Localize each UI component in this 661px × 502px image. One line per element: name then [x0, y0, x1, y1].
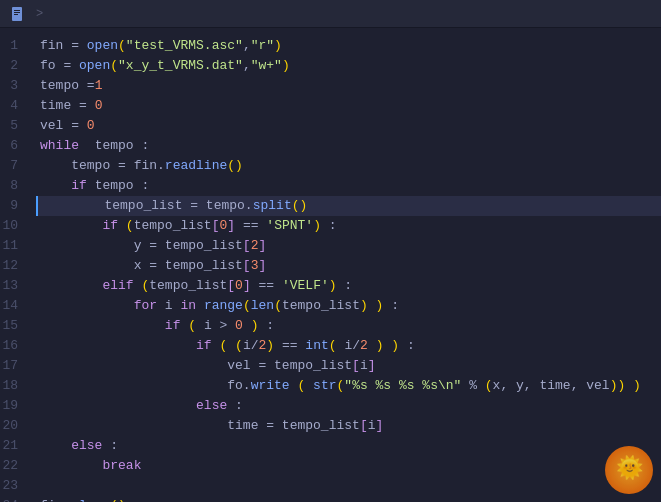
code-line: break	[36, 456, 661, 476]
line-number: 22	[0, 456, 28, 476]
code-line: while tempo :	[36, 136, 661, 156]
code-line: tempo_list = tempo.split()	[36, 196, 661, 216]
line-numbers: 1234567891011121314151617181920212223242…	[0, 28, 36, 502]
code-line: fin.close()	[36, 496, 661, 502]
title-bar: >	[0, 0, 661, 28]
breadcrumb: >	[32, 7, 47, 21]
line-number: 2	[0, 56, 28, 76]
watermark-icon: 🌞	[605, 446, 653, 494]
line-number: 7	[0, 156, 28, 176]
line-number: 16	[0, 336, 28, 356]
code-line: fo.write ( str("%s %s %s %s\n" % (x, y, …	[36, 376, 661, 396]
breadcrumb-sep: >	[36, 7, 43, 21]
line-number: 6	[0, 136, 28, 156]
line-number: 10	[0, 216, 28, 236]
line-number: 13	[0, 276, 28, 296]
line-number: 8	[0, 176, 28, 196]
line-number: 4	[0, 96, 28, 116]
code-line: elif (tempo_list[0] == 'VELF') :	[36, 276, 661, 296]
code-line: if (tempo_list[0] == 'SPNT') :	[36, 216, 661, 236]
line-number: 23	[0, 476, 28, 496]
line-number: 15	[0, 316, 28, 336]
code-line: time = tempo_list[i]	[36, 416, 661, 436]
svg-rect-3	[14, 14, 18, 15]
line-number: 3	[0, 76, 28, 96]
line-number: 17	[0, 356, 28, 376]
line-number: 21	[0, 436, 28, 456]
code-line: y = tempo_list[2]	[36, 236, 661, 256]
code-line: tempo = fin.readline()	[36, 156, 661, 176]
file-icon	[10, 6, 26, 22]
line-number: 11	[0, 236, 28, 256]
code-line: if tempo :	[36, 176, 661, 196]
code-line: vel = 0	[36, 116, 661, 136]
code-line: vel = tempo_list[i]	[36, 356, 661, 376]
svg-rect-2	[14, 12, 20, 13]
code-line: fo = open("x_y_t_VRMS.dat","w+")	[36, 56, 661, 76]
code-line: x = tempo_list[3]	[36, 256, 661, 276]
code-line: if ( (i/2) == int( i/2 ) ) :	[36, 336, 661, 356]
code-line	[36, 476, 661, 496]
code-line: time = 0	[36, 96, 661, 116]
code-line: fin = open("test_VRMS.asc","r")	[36, 36, 661, 56]
line-number: 24	[0, 496, 28, 502]
code-editor: 1234567891011121314151617181920212223242…	[0, 28, 661, 502]
code-content[interactable]: fin = open("test_VRMS.asc","r")fo = open…	[36, 28, 661, 502]
code-line: else :	[36, 436, 661, 456]
line-number: 9	[0, 196, 28, 216]
code-line: else :	[36, 396, 661, 416]
line-number: 14	[0, 296, 28, 316]
line-number: 12	[0, 256, 28, 276]
code-line: tempo =1	[36, 76, 661, 96]
svg-rect-1	[14, 10, 20, 11]
line-number: 18	[0, 376, 28, 396]
line-number: 1	[0, 36, 28, 56]
code-line: for i in range(len(tempo_list) ) :	[36, 296, 661, 316]
line-number: 19	[0, 396, 28, 416]
line-number: 5	[0, 116, 28, 136]
code-line: if ( i > 0 ) :	[36, 316, 661, 336]
line-number: 20	[0, 416, 28, 436]
